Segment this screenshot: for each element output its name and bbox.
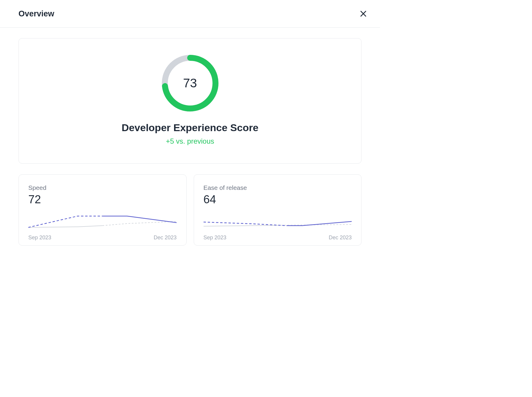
x-label-end: Dec 2023 <box>153 235 176 241</box>
x-label-start: Sep 2023 <box>28 235 51 241</box>
sparkline-x-labels: Sep 2023 Dec 2023 <box>28 235 177 241</box>
metrics-row: Speed 72 Sep 2023 Dec 2023 Ease of relea… <box>18 174 362 246</box>
close-icon <box>359 10 367 18</box>
sparkline-x-labels: Sep 2023 Dec 2023 <box>204 235 352 241</box>
gauge-chart: 73 <box>160 53 220 113</box>
x-label-start: Sep 2023 <box>204 235 227 241</box>
score-title: Developer Experience Score <box>122 122 258 134</box>
content-area: 73 Developer Experience Score +5 vs. pre… <box>0 28 380 256</box>
metric-value: 64 <box>204 193 352 206</box>
metric-label: Ease of release <box>204 184 352 191</box>
sparkline-chart: Sep 2023 Dec 2023 <box>204 213 352 237</box>
gauge-value: 73 <box>183 76 197 90</box>
page-title: Overview <box>18 9 54 18</box>
modal-header: Overview <box>0 0 380 28</box>
score-change-badge: +5 vs. previous <box>166 137 214 145</box>
close-button[interactable] <box>358 8 369 19</box>
metric-card-ease-of-release: Ease of release 64 Sep 2023 Dec 2023 <box>194 174 362 246</box>
x-label-end: Dec 2023 <box>329 235 352 241</box>
metric-card-speed: Speed 72 Sep 2023 Dec 2023 <box>18 174 187 246</box>
metric-value: 72 <box>28 193 177 206</box>
dx-score-card: 73 Developer Experience Score +5 vs. pre… <box>18 38 362 164</box>
metric-label: Speed <box>28 184 177 191</box>
sparkline-chart: Sep 2023 Dec 2023 <box>28 213 177 237</box>
